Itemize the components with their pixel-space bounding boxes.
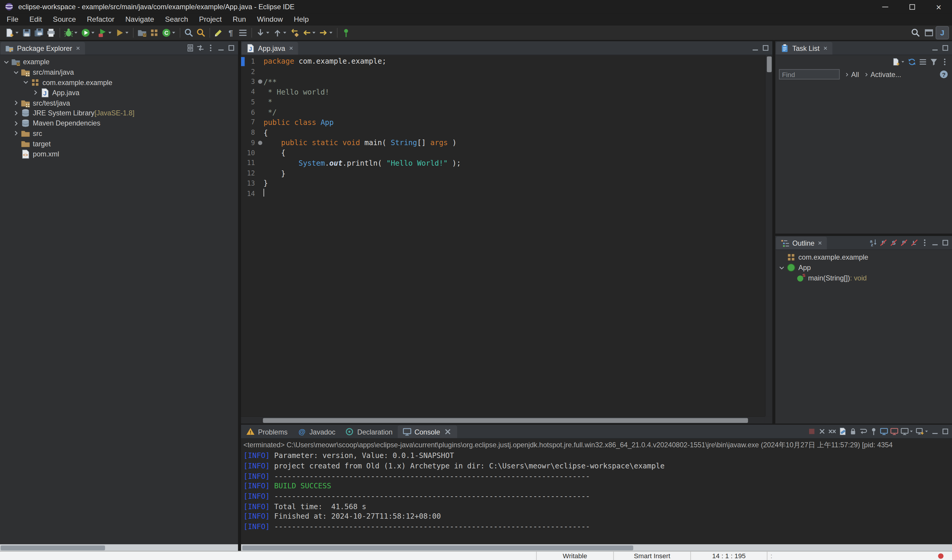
menu-window[interactable]: Window <box>252 13 288 26</box>
run-button[interactable] <box>79 27 96 39</box>
scrollbar-thumb[interactable] <box>242 545 633 550</box>
explorer-item-app-java[interactable]: JApp.java <box>0 88 238 98</box>
outline-item-app[interactable]: App <box>775 262 952 273</box>
editor-hscrollbar[interactable] <box>241 417 765 424</box>
help-button[interactable]: ? <box>939 70 949 79</box>
collapse-all-button[interactable] <box>185 43 195 53</box>
chevron-right-icon[interactable] <box>30 88 40 97</box>
chevron-right-icon[interactable] <box>11 108 21 118</box>
minimize-button[interactable] <box>930 426 940 436</box>
fold-marker-icon[interactable] <box>257 141 263 145</box>
previous-annotation-button[interactable] <box>271 27 288 39</box>
menu-file[interactable]: File <box>1 13 24 26</box>
minimize-button[interactable] <box>930 43 940 53</box>
tab-app-java[interactable]: J App.java <box>242 42 298 55</box>
chevron-right-icon[interactable] <box>11 128 21 138</box>
status-notification-dot[interactable] <box>938 553 943 558</box>
scrollbar-thumb[interactable] <box>263 418 748 423</box>
tab-console[interactable]: Console <box>397 425 457 438</box>
categorized-button[interactable] <box>918 57 928 67</box>
maximize-button[interactable] <box>940 43 950 53</box>
pin-editor-button[interactable] <box>340 27 352 39</box>
outline-item-main-string-[interactable]: Smain(String[]) : void <box>775 273 952 283</box>
explorer-item-example[interactable]: Mexample <box>0 57 238 67</box>
block-selection-button[interactable] <box>237 27 249 39</box>
sort-button[interactable]: az <box>868 238 878 248</box>
run-external-tools-button[interactable] <box>96 27 113 39</box>
view-menu-button[interactable] <box>920 238 930 248</box>
view-menu-button[interactable] <box>940 57 950 67</box>
save-button[interactable] <box>20 27 33 39</box>
last-edit-location-button[interactable] <box>288 27 301 39</box>
remove-launch-button[interactable] <box>817 426 827 436</box>
new-task-button[interactable] <box>891 57 906 67</box>
scrollbar-thumb[interactable] <box>1 545 105 550</box>
new-java-project-button[interactable]: M <box>136 27 148 39</box>
close-window-button[interactable]: × <box>925 0 952 13</box>
synchronize-button[interactable] <box>907 57 917 67</box>
tab-package-explorer[interactable]: Package Explorer <box>1 42 85 55</box>
hide-local-types-button[interactable]: L <box>909 238 919 248</box>
maximize-button[interactable] <box>940 426 950 436</box>
new-class-button[interactable]: C <box>161 27 177 39</box>
view-menu-button[interactable] <box>206 43 216 53</box>
scope-all[interactable]: All <box>844 71 859 78</box>
print-button[interactable] <box>45 27 57 39</box>
explorer-item-target[interactable]: target <box>0 139 238 149</box>
menu-source[interactable]: Source <box>47 13 81 26</box>
tab-javadoc[interactable]: @Javadoc <box>292 425 340 438</box>
chevron-down-icon[interactable] <box>11 68 21 77</box>
open-type-button[interactable] <box>183 27 195 39</box>
console-hscrollbar[interactable] <box>241 544 952 551</box>
menu-edit[interactable]: Edit <box>24 13 47 26</box>
close-icon[interactable] <box>822 45 828 51</box>
maximize-window-button[interactable] <box>898 0 925 13</box>
menu-help[interactable]: Help <box>288 13 314 26</box>
editor-vscrollbar[interactable] <box>765 55 772 417</box>
scroll-lock-button[interactable] <box>848 426 858 436</box>
explorer-item-pom-xml[interactable]: <>pom.xml <box>0 149 238 159</box>
search-button[interactable] <box>195 27 207 39</box>
display-selected-console-button[interactable] <box>900 426 915 436</box>
save-all-button[interactable] <box>33 27 45 39</box>
java-perspective-button[interactable]: J <box>936 27 949 39</box>
forward-button[interactable] <box>318 27 334 39</box>
open-console-button[interactable] <box>915 426 930 436</box>
tab-outline[interactable]: Outline <box>776 237 827 250</box>
scrollbar-thumb[interactable] <box>767 57 772 72</box>
close-icon[interactable] <box>75 45 80 51</box>
explorer-item-com-example-example[interactable]: com.example.example <box>0 77 238 88</box>
menu-navigate[interactable]: Navigate <box>120 13 159 26</box>
close-icon[interactable] <box>288 45 294 51</box>
package-explorer-hscrollbar[interactable] <box>0 544 238 551</box>
minimize-button[interactable] <box>216 43 226 53</box>
explorer-item-src-main-java[interactable]: src/main/java <box>0 67 238 77</box>
close-icon[interactable] <box>818 240 823 246</box>
remove-all-terminated-button[interactable] <box>828 426 838 436</box>
clear-console-button[interactable] <box>838 426 848 436</box>
outline-item-com-example-example[interactable]: com.example.example <box>775 253 952 262</box>
chevron-down-icon[interactable] <box>1 57 11 67</box>
link-with-editor-button[interactable] <box>196 43 206 53</box>
find-input[interactable] <box>779 69 840 80</box>
maximize-button[interactable] <box>226 43 236 53</box>
console-output[interactable]: [INFO] Parameter: version, Value: 0.0.1-… <box>241 451 952 544</box>
chevron-down-icon[interactable] <box>776 263 786 273</box>
hide-static-members-button[interactable]: S <box>889 238 899 248</box>
tab-problems[interactable]: !Problems <box>241 425 292 438</box>
quick-search-button[interactable] <box>909 27 922 39</box>
hide-non-public-button[interactable]: P <box>899 238 909 248</box>
menu-run[interactable]: Run <box>227 13 252 26</box>
new-wizard-button[interactable] <box>3 27 20 39</box>
maximize-button[interactable] <box>760 43 770 53</box>
back-button[interactable] <box>301 27 318 39</box>
chevron-down-icon[interactable] <box>20 78 30 88</box>
show-whitespace-button[interactable]: ¶ <box>225 27 237 39</box>
chevron-right-icon[interactable] <box>11 118 21 128</box>
filter-completed-button[interactable] <box>929 57 939 67</box>
show-on-stdout-button[interactable] <box>879 426 889 436</box>
chevron-right-icon[interactable] <box>11 98 21 108</box>
tab-task-list[interactable]: Task List <box>776 42 832 55</box>
close-icon[interactable] <box>443 427 452 436</box>
minimize-button[interactable] <box>930 238 940 248</box>
